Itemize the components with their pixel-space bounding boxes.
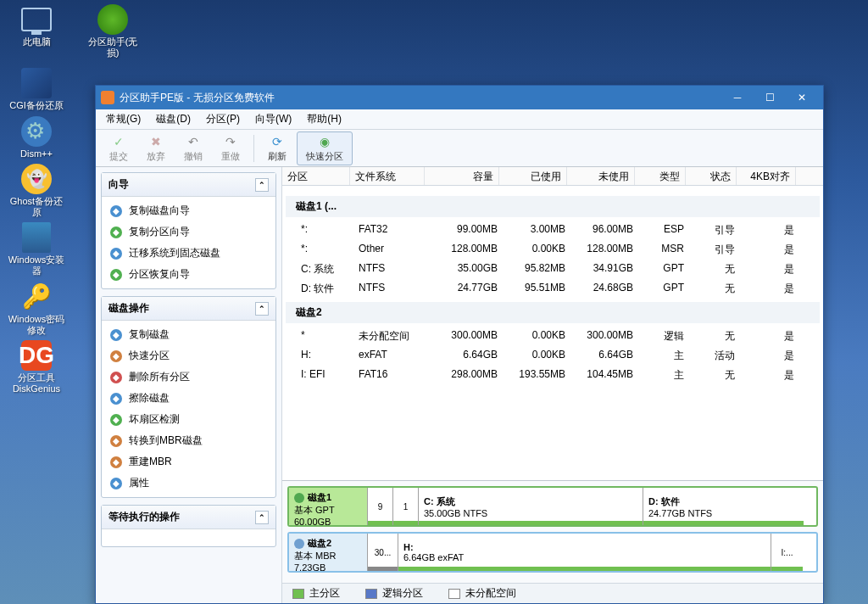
toolbar-redo[interactable]: ↷重做 [213,132,248,165]
minimize-button[interactable]: ─ [721,86,754,109]
desktop-icon-winpass[interactable]: 🔑Windows密码修改 [7,282,66,336]
diskmap[interactable]: 磁盘1基本 GPT60.00GB91C: 系统35.00GB NTFSD: 软件… [287,486,818,527]
menu-disk[interactable]: 磁盘(D) [151,110,196,128]
sidebar-item[interactable]: ◆快速分区 [102,345,275,366]
sidebar-item[interactable]: ◆坏扇区检测 [102,409,275,430]
toolbar-undo[interactable]: ↶撤销 [175,132,211,165]
app-window: 分区助手PE版 - 无损分区免费软件 ─ ☐ ✕ 常规(G) 磁盘(D) 分区(… [95,85,824,604]
sidebar-item[interactable]: ◆转换到MBR磁盘 [102,430,275,451]
close-button[interactable]: ✕ [786,86,818,109]
sidebar-item[interactable]: ◆迁移系统到固态磁盘 [102,243,275,264]
sidebar-item[interactable]: ◆擦除磁盘 [102,388,275,409]
disk-group-title[interactable]: 磁盘1 (... [286,196,820,217]
desktop-icon-cgi[interactable]: CGI备份还原 [7,68,66,111]
desktop-icon-ghost[interactable]: 👻Ghost备份还原 [7,164,66,218]
desktop-icon-partassist[interactable]: 分区助手(无损) [83,4,142,59]
menu-partition[interactable]: 分区(P) [201,110,245,128]
disk-group-title[interactable]: 磁盘2 [286,302,820,323]
diskmap-area: 磁盘1基本 GPT60.00GB91C: 系统35.00GB NTFSD: 软件… [282,480,823,583]
panel-pending: 等待执行的操作⌃ [101,505,276,547]
main-panel: 分区 文件系统 容量 已使用 未使用 类型 状态 4KB对齐 磁盘1 (...*… [282,167,823,603]
menubar: 常规(G) 磁盘(D) 分区(P) 向导(W) 帮助(H) [96,109,823,130]
maximize-button[interactable]: ☐ [754,86,786,109]
sidebar-item[interactable]: ◆重建MBR [102,451,275,473]
grid-header: 分区 文件系统 容量 已使用 未使用 类型 状态 4KB对齐 [282,167,823,186]
toolbar-quickpart[interactable]: ◉快速分区 [297,131,353,165]
partition-list[interactable]: 磁盘1 (...*:FAT3299.00MB3.00MB96.00MBESP引导… [282,186,823,480]
sidebar-item[interactable]: ◆复制磁盘向导 [102,200,275,221]
panel-wizard: 向导⌃ ◆复制磁盘向导◆复制分区向导◆迁移系统到固态磁盘◆分区恢复向导 [101,172,276,289]
toolbar-discard[interactable]: ✖放弃 [138,132,174,165]
partition-row[interactable]: *未分配空间300.00MB0.00KB300.00MB逻辑无是 [286,327,820,346]
desktop-icon-diskgenius[interactable]: DG分区工具DiskGenius [7,340,66,394]
sidebar-item[interactable]: ◆分区恢复向导 [102,264,275,285]
app-icon [101,91,114,104]
sidebar-item[interactable]: ◆删除所有分区 [102,366,275,388]
desktop-icon-thispc[interactable]: 此电脑 [7,4,66,59]
partition-row[interactable]: H:exFAT6.64GB0.00KB6.64GB主活动是 [286,346,820,366]
menu-wizard[interactable]: 向导(W) [250,110,297,128]
partition-row[interactable]: D: 软件NTFS24.77GB95.51MB24.68GBGPT无是 [286,279,820,299]
menu-help[interactable]: 帮助(H) [302,110,347,128]
toolbar-commit[interactable]: ✓提交 [101,132,136,165]
toolbar-refresh[interactable]: ⟳刷新 [259,132,295,165]
partition-row[interactable]: C: 系统NTFS35.00GB95.82MB34.91GBGPT无是 [286,260,820,279]
titlebar[interactable]: 分区助手PE版 - 无损分区免费软件 ─ ☐ ✕ [96,86,823,109]
toolbar: ✓提交 ✖放弃 ↶撤销 ↷重做 ⟳刷新 ◉快速分区 [96,130,823,167]
sidebar: 向导⌃ ◆复制磁盘向导◆复制分区向导◆迁移系统到固态磁盘◆分区恢复向导 磁盘操作… [96,167,282,603]
menu-general[interactable]: 常规(G) [101,110,146,128]
legend: 主分区 逻辑分区 未分配空间 [282,583,823,603]
partition-row[interactable]: *:FAT3299.00MB3.00MB96.00MBESP引导是 [286,221,820,240]
sidebar-item[interactable]: ◆复制分区向导 [102,221,275,243]
sidebar-item[interactable]: ◆复制磁盘 [102,324,275,345]
desktop-icon-wininstall[interactable]: Windows安装器 [7,222,66,277]
collapse-icon[interactable]: ⌃ [255,178,269,192]
sidebar-item[interactable]: ◆属性 [102,473,275,494]
partition-row[interactable]: *:Other128.00MB0.00KB128.00MBMSR引导是 [286,240,820,260]
window-title: 分区助手PE版 - 无损分区免费软件 [120,91,275,105]
collapse-icon[interactable]: ⌃ [255,511,269,524]
panel-diskops: 磁盘操作⌃ ◆复制磁盘◆快速分区◆删除所有分区◆擦除磁盘◆坏扇区检测◆转换到MB… [101,296,276,498]
collapse-icon[interactable]: ⌃ [255,302,269,316]
partition-row[interactable]: I: EFIFAT16298.00MB193.55MB104.45MB主无是 [286,366,820,385]
diskmap[interactable]: 磁盘2基本 MBR7.23GB30...H:6.64GB exFATI:... [287,532,818,573]
desktop-icon-dism[interactable]: Dism++ [7,116,66,159]
